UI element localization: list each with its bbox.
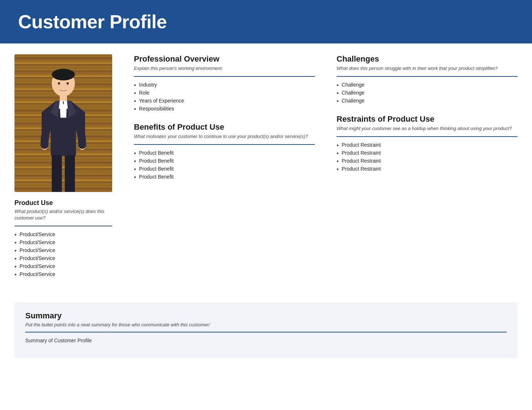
benefits-title: Benefits of Product Use xyxy=(134,122,315,132)
professional-overview-subtitle: Explain this person's working environmen… xyxy=(134,65,315,72)
professional-overview-title: Professional Overview xyxy=(134,54,315,64)
challenges-title: Challenges xyxy=(337,54,518,64)
benefits-list: Product Benefit Product Benefit Product … xyxy=(134,150,315,180)
profile-photo xyxy=(14,54,112,192)
summary-text: Summary of Customer Profile xyxy=(25,338,507,343)
restraints-section: Restraints of Product Use What might you… xyxy=(337,114,518,172)
list-item: Product/Service xyxy=(14,263,112,269)
professional-overview-list: Industry Role Years of Experience Respon… xyxy=(134,82,315,112)
product-use-title: Product Use xyxy=(14,199,112,207)
restraints-divider xyxy=(337,136,518,137)
benefits-divider xyxy=(134,144,315,145)
list-item: Product/Service xyxy=(14,255,112,261)
page-header: Customer Profile xyxy=(0,0,532,43)
list-item: Challenge xyxy=(337,98,518,104)
product-use-subtitle: What product(s) and/or service(s) does t… xyxy=(14,208,112,221)
list-item: Product Restraint xyxy=(337,158,518,164)
list-item: Product Benefit xyxy=(134,174,315,180)
restraints-list: Product Restraint Product Restraint Prod… xyxy=(337,142,518,172)
summary-title: Summary xyxy=(25,311,507,321)
benefits-section: Benefits of Product Use What motivates y… xyxy=(134,122,315,180)
svg-rect-9 xyxy=(65,155,75,192)
challenges-divider xyxy=(337,76,518,77)
summary-divider xyxy=(25,332,507,332)
list-item: Industry xyxy=(134,82,315,88)
svg-point-16 xyxy=(67,82,69,84)
list-item: Role xyxy=(134,90,315,96)
list-item: Product Restraint xyxy=(337,150,518,156)
svg-point-12 xyxy=(52,69,75,80)
product-use-section: Product Use What product(s) and/or servi… xyxy=(14,199,112,277)
page-title: Customer Profile xyxy=(18,11,514,33)
list-item: Product Restraint xyxy=(337,166,518,172)
challenges-section: Challenges What does this person struggl… xyxy=(337,54,518,104)
product-use-divider xyxy=(14,226,112,226)
right-column: Challenges What does this person struggl… xyxy=(326,54,518,288)
list-item: Challenge xyxy=(337,90,518,96)
person-silhouette xyxy=(31,62,96,192)
list-item: Product Restraint xyxy=(337,142,518,148)
restraints-subtitle: What might your customer see as a holdup… xyxy=(337,125,518,132)
svg-rect-1 xyxy=(60,94,67,101)
list-item: Product/Service xyxy=(14,239,112,245)
challenges-subtitle: What does this person struggle with in t… xyxy=(337,65,518,72)
list-item: Product Benefit xyxy=(134,166,315,172)
list-item: Challenge xyxy=(337,82,518,88)
list-item: Years of Experience xyxy=(134,98,315,104)
summary-section: Summary Put the bullet points into a nea… xyxy=(14,302,518,358)
main-content: Product Use What product(s) and/or servi… xyxy=(0,43,532,299)
svg-rect-8 xyxy=(52,155,62,192)
list-item: Product/Service xyxy=(14,231,112,237)
list-item: Product/Service xyxy=(14,247,112,253)
list-item: Product Benefit xyxy=(134,150,315,156)
restraints-title: Restraints of Product Use xyxy=(337,114,518,124)
pro-overview-divider xyxy=(134,76,315,77)
benefits-subtitle: What motivates your customer to continue… xyxy=(134,133,315,140)
list-item: Product/Service xyxy=(14,271,112,277)
middle-column: Professional Overview Explain this perso… xyxy=(123,54,326,288)
list-item: Product Benefit xyxy=(134,158,315,164)
product-use-list: Product/Service Product/Service Product/… xyxy=(14,231,112,277)
professional-overview-section: Professional Overview Explain this perso… xyxy=(134,54,315,112)
list-item: Responsibilities xyxy=(134,106,315,112)
svg-point-15 xyxy=(58,82,60,84)
challenges-list: Challenge Challenge Challenge xyxy=(337,82,518,104)
left-column: Product Use What product(s) and/or servi… xyxy=(14,54,123,288)
summary-subtitle: Put the bullet points into a neat summar… xyxy=(25,322,507,327)
